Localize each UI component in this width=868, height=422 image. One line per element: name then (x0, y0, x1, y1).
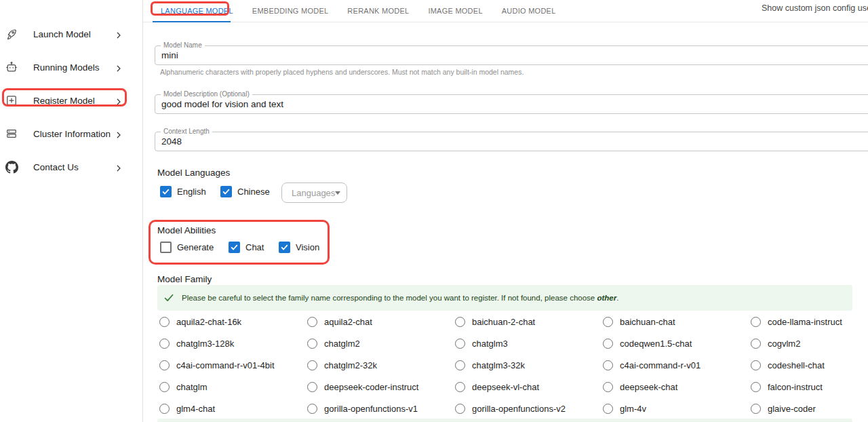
family-radio-option[interactable]: chatglm3-32k (455, 354, 603, 376)
context-length-value: 2048 (161, 132, 182, 151)
checkbox-vision[interactable]: Vision (279, 242, 319, 253)
family-radio-option[interactable]: falcon-instruct (751, 376, 868, 398)
family-radio-option[interactable]: deepseek-vl-chat (455, 376, 603, 398)
tab-image-model[interactable]: IMAGE MODEL (418, 0, 492, 22)
sidebar-item-running-models[interactable]: Running Models (0, 51, 142, 83)
radio-icon (751, 339, 761, 349)
radio-icon (603, 339, 613, 349)
family-radio-option[interactable]: glaive-coder (751, 398, 868, 419)
checkbox-generate[interactable]: Generate (160, 242, 214, 253)
main-content: LANGUAGE MODEL EMBEDDING MODEL RERANK MO… (143, 0, 868, 422)
radio-icon (307, 317, 317, 327)
radio-icon (751, 404, 761, 414)
show-json-config-link[interactable]: Show custom json config used b (762, 3, 868, 13)
sidebar: Launch Model Running Models Regis (0, 0, 143, 422)
model-description-field[interactable]: Model Description (Optional) good model … (155, 94, 868, 114)
family-radio-option[interactable]: baichuan-2-chat (455, 311, 603, 332)
tab-language-model[interactable]: LANGUAGE MODEL (151, 0, 243, 22)
family-radio-option[interactable]: chatglm2-32k (307, 354, 455, 376)
model-description-value: good model for vision and text (161, 95, 283, 113)
cluster-icon (5, 127, 18, 140)
family-radio-option[interactable]: c4ai-command-r-v01-4bit (159, 354, 307, 376)
model-family-title: Model Family (157, 274, 212, 284)
family-radio-option[interactable]: c4ai-command-r-v01 (603, 354, 751, 376)
family-radio-option[interactable]: aquila2-chat-16k (159, 311, 307, 332)
model-type-tabs: LANGUAGE MODEL EMBEDDING MODEL RERANK MO… (143, 0, 868, 22)
tab-rerank-model[interactable]: RERANK MODEL (338, 0, 418, 22)
family-radio-option[interactable]: codeqwen1.5-chat (603, 332, 751, 354)
radio-icon (751, 360, 761, 370)
radio-icon (455, 404, 465, 414)
sidebar-item-label: Contact Us (33, 162, 79, 172)
next-banner-peek (157, 419, 852, 422)
family-radio-option[interactable]: chatglm3 (455, 332, 603, 354)
radio-icon (751, 382, 761, 392)
family-radio-option[interactable]: deepseek-coder-instruct (307, 376, 455, 398)
tab-audio-model[interactable]: AUDIO MODEL (492, 0, 566, 22)
radio-icon (455, 317, 465, 327)
family-radio-option[interactable]: code-llama-instruct (751, 311, 868, 332)
family-radio-option[interactable]: baichuan-chat (603, 311, 751, 332)
github-icon (5, 160, 18, 174)
checkbox-chinese[interactable]: Chinese (220, 186, 270, 197)
radio-icon (159, 404, 170, 414)
checkbox-english[interactable]: English (160, 186, 206, 197)
checkbox-checked-icon (220, 186, 232, 197)
chevron-right-icon (115, 163, 123, 171)
radio-icon (455, 382, 465, 392)
radio-icon (603, 404, 613, 414)
radio-icon (159, 339, 170, 349)
checkbox-checked-icon (279, 242, 290, 253)
family-radio-option[interactable]: glm4-chat (159, 398, 307, 419)
family-radio-option[interactable]: aquila2-chat (307, 311, 455, 332)
family-notice-banner: Please be careful to select the family n… (157, 285, 852, 311)
chevron-right-icon (115, 130, 123, 138)
tab-embedding-model[interactable]: EMBEDDING MODEL (243, 0, 338, 22)
family-radio-option[interactable]: chatglm (159, 376, 307, 398)
family-radio-option[interactable]: glm-4v (603, 398, 751, 419)
radio-icon (159, 360, 170, 370)
radio-icon (455, 360, 465, 370)
radio-icon (159, 317, 170, 327)
sidebar-item-label: Launch Model (33, 29, 91, 39)
chevron-right-icon (115, 30, 123, 38)
family-notice-text: Please be careful to select the family n… (182, 294, 618, 302)
sidebar-item-launch-model[interactable]: Launch Model (0, 18, 142, 50)
caret-down-icon (335, 191, 340, 195)
languages-select[interactable]: Languages (281, 183, 347, 203)
sidebar-item-cluster-information[interactable]: Cluster Information (0, 117, 142, 150)
sidebar-item-label: Running Models (33, 62, 100, 73)
radio-icon (603, 317, 613, 327)
checkbox-checked-icon (160, 186, 172, 197)
rocket-icon (5, 27, 18, 41)
model-name-field[interactable]: Model Name mini (155, 45, 868, 65)
family-radio-option[interactable]: cogvlm2 (751, 332, 868, 354)
chevron-right-icon (115, 96, 123, 104)
add-box-icon (5, 94, 18, 107)
radio-icon (603, 360, 613, 370)
checkbox-unchecked-icon (160, 242, 172, 253)
model-name-helper-text: Alphanumeric characters with properly pl… (160, 68, 524, 76)
radio-icon (307, 404, 317, 414)
radio-icon (751, 317, 761, 327)
model-abilities-title: Model Abilities (157, 225, 216, 235)
sidebar-item-contact-us[interactable]: Contact Us (0, 151, 142, 183)
context-length-field[interactable]: Context Length 2048 (155, 132, 868, 151)
model-family-options: aquila2-chat-16k aquila2-chat baichuan-2… (159, 311, 868, 419)
check-icon (163, 292, 174, 303)
family-radio-option[interactable]: gorilla-openfunctions-v1 (307, 398, 455, 419)
family-radio-option[interactable]: chatglm2 (307, 332, 455, 354)
sidebar-item-label: Cluster Information (33, 129, 111, 139)
checkbox-checked-icon (229, 242, 240, 253)
sidebar-item-label: Register Model (33, 96, 95, 106)
model-name-value: mini (161, 46, 178, 64)
family-radio-option[interactable]: gorilla-openfunctions-v2 (455, 398, 603, 419)
sidebar-item-register-model[interactable]: Register Model (0, 84, 142, 117)
family-radio-option[interactable]: codeshell-chat (751, 354, 868, 376)
checkbox-chat[interactable]: Chat (229, 242, 264, 253)
family-radio-option[interactable]: deepseek-chat (603, 376, 751, 398)
family-radio-option[interactable]: chatglm3-128k (159, 332, 307, 354)
model-languages-title: Model Languages (157, 168, 230, 178)
robot-icon (5, 60, 18, 74)
active-tab-indicator (153, 21, 231, 22)
